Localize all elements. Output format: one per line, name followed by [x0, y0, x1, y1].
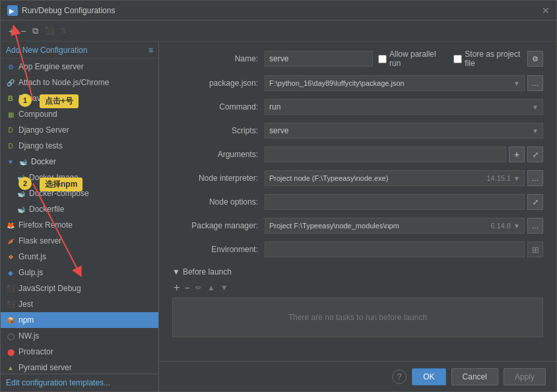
close-button[interactable]: ✕ — [542, 5, 550, 16]
environment-edit-btn[interactable]: ⊞ — [527, 242, 543, 257]
environment-input[interactable] — [265, 242, 525, 257]
command-value: run — [269, 102, 280, 112]
dialog-footer: ? OK Cancel Apply — [159, 361, 556, 391]
node-interpreter-dropdown[interactable]: Project node (F:\Typeeasy\node.exe) 14.1… — [265, 170, 525, 186]
add-config-button[interactable]: + — [6, 24, 16, 38]
apply-button[interactable]: Apply — [504, 368, 546, 385]
command-row: Command: run ▼ — [172, 98, 543, 115]
scripts-dropdown[interactable]: serve ▼ — [265, 123, 543, 139]
tree-item-docker-group[interactable]: ▼ 🐋 Docker — [1, 154, 158, 170]
tree-item-django[interactable]: D Django Server — [1, 122, 158, 138]
tree-item-pyramid[interactable]: ▲ Pyramid server — [1, 360, 158, 374]
package-manager-browse-btn[interactable]: … — [527, 218, 543, 234]
before-launch-empty: There are no tasks to run before launch — [172, 298, 543, 337]
arguments-expand-btn[interactable]: ⤢ — [527, 147, 543, 162]
tree-item-flask[interactable]: 🌶 Flask server — [1, 233, 158, 249]
tree-item-django-tests[interactable]: D Django tests — [1, 138, 158, 154]
before-launch-remove-btn[interactable]: − — [183, 283, 191, 293]
tree-item-npm[interactable]: 📦 npm — [1, 312, 158, 328]
package-json-value: F:\python_16\day89\luffycity\package.jso… — [269, 79, 405, 87]
grunt-icon: ❖ — [6, 252, 15, 261]
tree-item-compound[interactable]: ▦ Compound — [1, 106, 158, 122]
move-config-button[interactable]: ⬛ — [42, 25, 57, 36]
attach-node-icon: 🔗 — [6, 78, 15, 87]
tree-item-dockerfile[interactable]: 🐋 Dockerfile — [1, 201, 158, 217]
package-json-browse-btn[interactable]: … — [527, 75, 543, 91]
before-launch-add-btn[interactable]: + — [172, 282, 181, 294]
form-area: Name: Allow parallel run Store — [159, 42, 556, 361]
add-config-header: Add New Configuration ≡ — [1, 42, 158, 59]
cancel-button[interactable]: Cancel — [451, 368, 498, 385]
app-icon: ▶ — [7, 5, 18, 16]
tree-item-attach-node[interactable]: 🔗 Attach to Node.js/Chrome — [1, 75, 158, 90]
command-dropdown-arrow: ▼ — [532, 104, 539, 111]
tree-item-js-debug[interactable]: ⬛ JavaScript Debug — [1, 280, 158, 296]
package-manager-dropdown[interactable]: Project F:\Typeeasy\node_modules\npm 6.1… — [265, 218, 525, 234]
before-launch-section: ▼ Before launch + − ✏ ▲ ▼ There are no t… — [172, 265, 543, 337]
copy-config-button[interactable]: ⧉ — [30, 24, 41, 38]
ok-button[interactable]: OK — [412, 368, 445, 385]
tree-item-app-engine[interactable]: ⚙ App Engine server — [1, 59, 158, 75]
store-as-project-input[interactable] — [453, 55, 462, 63]
node-options-expand-btn[interactable]: ⤢ — [527, 194, 543, 210]
store-project-settings-btn[interactable]: ⚙ — [527, 51, 543, 67]
node-interpreter-browse-btn[interactable]: … — [527, 170, 543, 186]
package-json-label: package.json: — [172, 79, 265, 88]
annotation-bubble-1: 1 — [18, 94, 32, 107]
behave-icon: B — [6, 94, 15, 103]
command-dropdown[interactable]: run ▼ — [265, 99, 543, 115]
package-json-dropdown[interactable]: F:\python_16\day89\luffycity\package.jso… — [265, 75, 525, 91]
arguments-label: Arguments: — [172, 150, 265, 159]
package-json-row: package.json: F:\python_16\day89\luffyci… — [172, 75, 543, 92]
tree-item-label: NW.js — [18, 331, 39, 341]
arguments-input[interactable] — [265, 147, 506, 162]
expand-icon: ≡ — [148, 46, 153, 55]
package-manager-version: 6.14.8 — [491, 222, 511, 230]
name-label: Name: — [172, 54, 265, 63]
name-input[interactable] — [265, 51, 373, 67]
package-manager-label: Package manager: — [172, 221, 265, 230]
tree-item-firefox[interactable]: 🦊 Firefox Remote — [1, 217, 158, 233]
before-launch-up-btn[interactable]: ▲ — [206, 283, 216, 292]
tree-item-label: Dockerfile — [29, 205, 64, 214]
edit-templates-link[interactable]: Edit configuration templates... — [6, 378, 110, 387]
before-launch-edit-btn[interactable]: ✏ — [194, 283, 203, 292]
left-bottom: Edit configuration templates... — [1, 374, 158, 391]
store-as-project-checkbox[interactable]: Store as project file — [453, 49, 523, 68]
tree-item-grunt[interactable]: ❖ Grunt.js — [1, 249, 158, 265]
js-debug-icon: ⬛ — [6, 284, 15, 293]
compound-icon: ▦ — [6, 110, 15, 119]
tree-item-nwjs[interactable]: ◯ NW.js — [1, 328, 158, 344]
django-tests-icon: D — [6, 141, 15, 150]
tree-item-label: Gulp.js — [18, 268, 43, 277]
tree-item-protractor[interactable]: ⬤ Protractor — [1, 344, 158, 360]
environment-label: Environment: — [172, 245, 265, 254]
toolbar: + − ⧉ ⬛ ⇅ — [1, 20, 556, 42]
annotation-text-1: 点击+号 — [40, 94, 79, 108]
before-launch-down-btn[interactable]: ▼ — [219, 283, 230, 292]
tree-item-label: Firefox Remote — [18, 220, 73, 230]
node-interpreter-arrow: ▼ — [513, 175, 520, 182]
tree-item-label: Pyramid server — [18, 363, 72, 372]
tree-item-label: App Engine server — [18, 62, 84, 71]
help-button[interactable]: ? — [392, 370, 407, 384]
annotation-text-2: 选择npm — [40, 178, 82, 191]
tree-item-jest[interactable]: ⬛ Jest — [1, 296, 158, 312]
tree-item-label: Jest — [18, 300, 33, 309]
tree-item-gulp[interactable]: ◆ Gulp.js — [1, 265, 158, 280]
docker-icon: 🐋 — [18, 157, 28, 166]
tree-item-label: Attach to Node.js/Chrome — [18, 78, 109, 87]
allow-parallel-checkbox[interactable]: Allow parallel run — [378, 49, 442, 68]
tree-item-label: Docker — [31, 157, 56, 166]
scripts-dropdown-arrow: ▼ — [532, 127, 539, 135]
remove-config-button[interactable]: − — [18, 24, 28, 38]
arguments-plus-btn[interactable]: + — [509, 147, 525, 162]
allow-parallel-input[interactable] — [378, 55, 387, 63]
tree-item-label: Protractor — [18, 347, 53, 356]
before-launch-header[interactable]: ▼ Before launch — [172, 265, 543, 279]
node-options-input[interactable] — [265, 194, 525, 210]
node-options-label: Node options: — [172, 197, 265, 207]
node-interpreter-value: Project node (F:\Typeeasy\node.exe) — [269, 174, 388, 182]
before-launch-arrow: ▼ — [172, 267, 180, 277]
before-launch-label: Before launch — [183, 267, 232, 277]
